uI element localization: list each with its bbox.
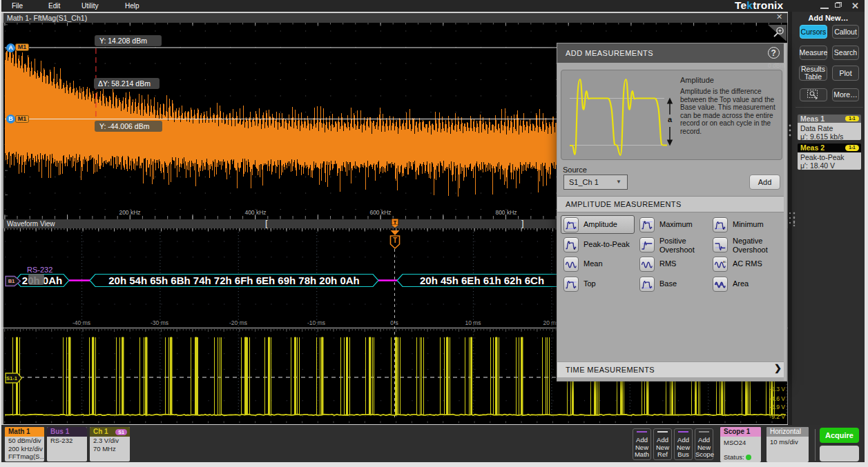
- svg-text:a: a: [668, 115, 673, 123]
- svg-text:AC: AC: [723, 260, 726, 264]
